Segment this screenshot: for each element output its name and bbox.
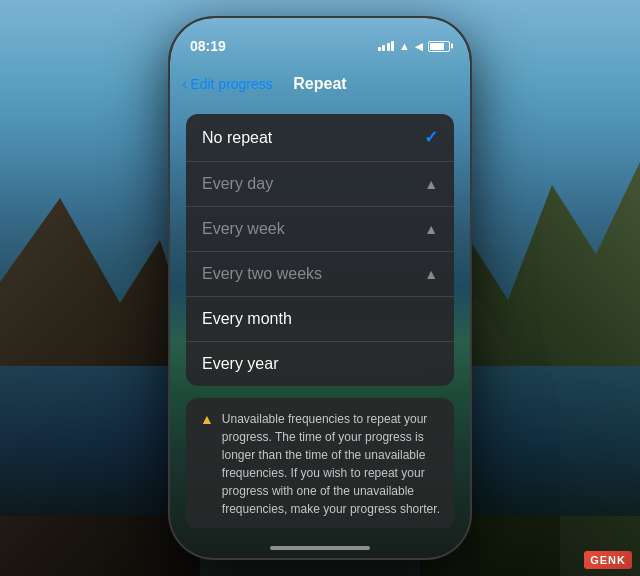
back-button[interactable]: ‹ Edit progress: [182, 76, 273, 93]
page-title: Repeat: [293, 75, 346, 93]
status-bar: 08:19 ▲ ◀: [170, 18, 470, 62]
list-item[interactable]: Every month: [186, 297, 454, 342]
phone-screen: 08:19 ▲ ◀ ‹ Edit progress R: [170, 18, 470, 558]
info-warning-icon: ▲: [200, 411, 214, 427]
repeat-options-list: No repeat ✓ Every day ▲ Every week ▲ Eve…: [186, 114, 454, 386]
option-label-every-year: Every year: [202, 355, 278, 373]
info-message: Unavailable frequencies to repeat your p…: [222, 410, 440, 518]
warning-icon: ▲: [424, 176, 438, 192]
option-label-every-two-weeks: Every two weeks: [202, 265, 322, 283]
battery-icon: [428, 41, 450, 52]
phone-frame: 08:19 ▲ ◀ ‹ Edit progress R: [170, 18, 470, 558]
signal-icon: [378, 41, 395, 51]
wifi-icon: ▲: [399, 40, 410, 52]
list-item[interactable]: Every year: [186, 342, 454, 386]
list-item[interactable]: Every two weeks ▲: [186, 252, 454, 297]
battery-fill: [430, 43, 444, 50]
option-label-every-day: Every day: [202, 175, 273, 193]
signal-strength-icon: ◀: [415, 41, 423, 52]
list-item[interactable]: Every week ▲: [186, 207, 454, 252]
chevron-left-icon: ‹: [182, 75, 187, 93]
checkmark-icon: ✓: [424, 127, 438, 148]
list-item[interactable]: No repeat ✓: [186, 114, 454, 162]
watermark: GENK: [584, 550, 632, 568]
content-area: No repeat ✓ Every day ▲ Every week ▲ Eve…: [170, 106, 470, 528]
home-indicator: [270, 546, 370, 550]
back-button-label: Edit progress: [190, 76, 272, 92]
option-label-every-month: Every month: [202, 310, 292, 328]
warning-icon: ▲: [424, 266, 438, 282]
nav-bar: ‹ Edit progress Repeat: [170, 62, 470, 106]
info-box: ▲ Unavailable frequencies to repeat your…: [186, 398, 454, 528]
status-time: 08:19: [190, 38, 226, 54]
status-icons: ▲ ◀: [378, 40, 450, 52]
list-item[interactable]: Every day ▲: [186, 162, 454, 207]
warning-icon: ▲: [424, 221, 438, 237]
option-label-every-week: Every week: [202, 220, 285, 238]
watermark-label: GENK: [584, 551, 632, 569]
option-label-no-repeat: No repeat: [202, 129, 272, 147]
